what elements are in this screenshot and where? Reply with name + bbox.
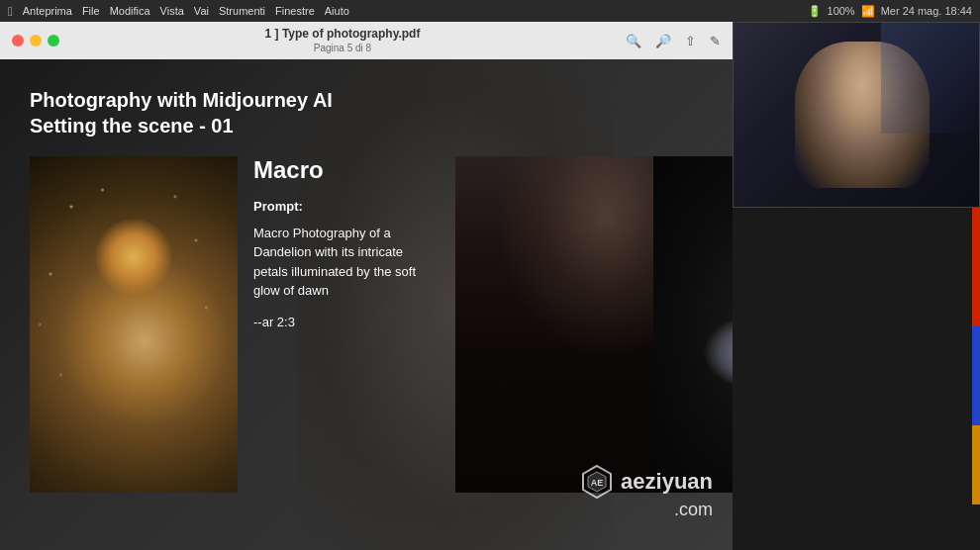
pdf-title-area: 1 ] Type of photography.pdf Pagina 5 di … <box>67 27 618 55</box>
zoom-out-icon[interactable]: 🔍 <box>626 34 641 48</box>
pdf-page-info: Pagina 5 di 8 <box>314 42 371 54</box>
watermark-text-bottom: .com <box>674 500 713 520</box>
woman-photo <box>455 156 653 493</box>
share-icon[interactable]: ⇧ <box>685 34 696 48</box>
apple-logo-icon[interactable]:  <box>8 4 13 19</box>
macos-menubar:  Anteprima File Modifica Vista Vai Stru… <box>0 0 980 22</box>
slide-title-line2: Setting the scene - 01 <box>30 113 703 138</box>
battery-percent: 100% <box>828 5 855 17</box>
pdf-content: Photography with Midjourney AI Setting t… <box>0 59 733 550</box>
menubar-left:  Anteprima File Modifica Vista Vai Stru… <box>8 4 349 19</box>
dandelion-image <box>30 156 238 493</box>
minimize-button[interactable] <box>30 35 42 46</box>
zoom-in-icon[interactable]: 🔎 <box>655 34 671 48</box>
pdf-filename: 1 ] Type of photography.pdf <box>265 27 421 43</box>
strip-red <box>972 208 980 326</box>
menu-finestre[interactable]: Finestre <box>275 5 315 17</box>
battery-icon: 🔋 <box>808 5 822 18</box>
wifi-icon: 📶 <box>861 5 875 18</box>
system-time: Mer 24 mag. 18:44 <box>881 5 972 17</box>
watermark-logo: AE aeziyuan <box>579 464 713 500</box>
webcam-overlay <box>733 22 980 208</box>
macro-text-panel: Macro Prompt: Macro Photography of a Dan… <box>238 156 455 493</box>
slide-title: Photography with Midjourney AI Setting t… <box>30 87 703 138</box>
strip-yellow <box>972 425 980 504</box>
slide: Photography with Midjourney AI Setting t… <box>0 59 733 550</box>
slide-title-line1: Photography with Midjourney AI <box>30 87 703 113</box>
jewelry-card: Jewelry Photography Prompt: Jewelry phot… <box>653 156 733 493</box>
menu-modifica[interactable]: Modifica <box>110 5 150 17</box>
strip-blue <box>972 326 980 425</box>
watermark-hex-icon: AE <box>579 464 615 500</box>
watermark-text-top: aeziyuan <box>621 469 713 495</box>
svg-text:AE: AE <box>591 478 604 488</box>
webcam-person <box>734 23 979 207</box>
pdf-toolbar-icons: 🔍 🔎 ⇧ ✎ <box>626 34 721 48</box>
fullscreen-button[interactable] <box>48 35 59 46</box>
menu-vista[interactable]: Vista <box>160 5 184 17</box>
markup-icon[interactable]: ✎ <box>710 34 721 48</box>
close-button[interactable] <box>12 35 24 46</box>
necklace-photo <box>653 156 733 493</box>
menu-file[interactable]: File <box>82 5 100 17</box>
macro-card-title: Macro <box>253 156 440 185</box>
macro-prompt-label: Prompt: <box>253 199 440 214</box>
macro-card: Macro Prompt: Macro Photography of a Dan… <box>30 156 455 493</box>
macro-prompt-text: Macro Photography of a Dandelion with it… <box>253 224 440 301</box>
menu-anteprima[interactable]: Anteprima <box>23 5 72 17</box>
pdf-titlebar: 1 ] Type of photography.pdf Pagina 5 di … <box>0 22 733 59</box>
menu-vai[interactable]: Vai <box>194 5 209 17</box>
watermark: AE aeziyuan .com <box>579 464 713 520</box>
dandelion-photo <box>30 156 238 493</box>
menu-aiuto[interactable]: Aiuto <box>325 5 349 17</box>
menu-strumenti[interactable]: Strumenti <box>219 5 265 17</box>
menubar-right: 🔋 100% 📶 Mer 24 mag. 18:44 <box>808 5 972 18</box>
pdf-window: 1 ] Type of photography.pdf Pagina 5 di … <box>0 22 733 550</box>
macro-ar-text: --ar 2:3 <box>253 315 440 329</box>
traffic-lights[interactable] <box>12 35 59 46</box>
